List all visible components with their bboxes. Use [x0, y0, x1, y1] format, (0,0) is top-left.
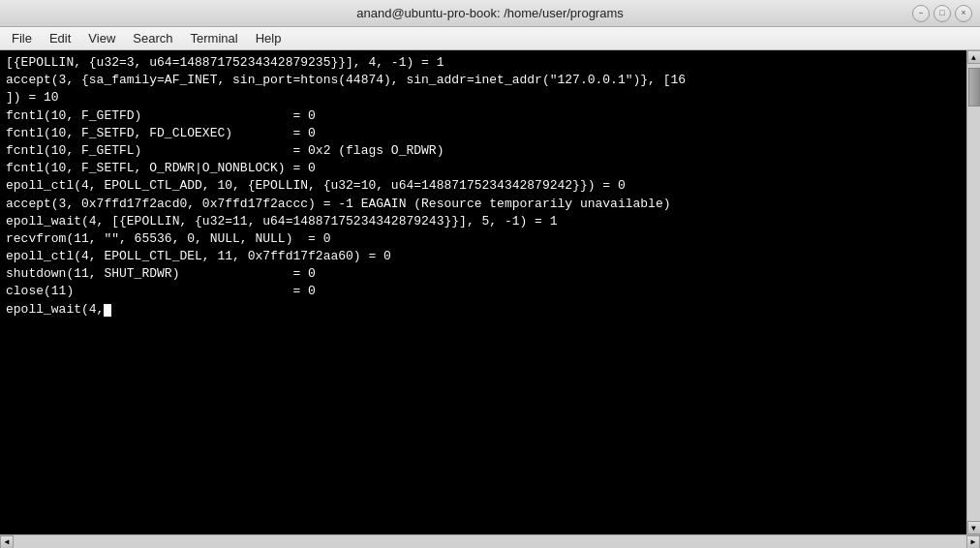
scroll-down-button[interactable]: ▼ [967, 521, 981, 534]
maximize-button[interactable]: □ [934, 5, 951, 22]
scroll-thumb[interactable] [968, 68, 980, 107]
scroll-track[interactable] [967, 64, 980, 521]
minimize-button[interactable]: – [912, 5, 930, 22]
title-bar: anand@ubuntu-pro-book: /home/user/progra… [0, 0, 980, 27]
scroll-left-button[interactable]: ◀ [0, 535, 14, 549]
terminal-output[interactable]: [{EPOLLIN, {u32=3, u64=14887175234342879… [0, 50, 966, 534]
close-button[interactable]: × [955, 5, 972, 22]
menu-terminal[interactable]: Terminal [183, 29, 246, 47]
horizontal-scrollbar[interactable]: ◀ ▶ [0, 534, 980, 548]
terminal-wrapper: [{EPOLLIN, {u32=3, u64=14887175234342879… [0, 50, 980, 534]
scroll-htrack[interactable] [14, 535, 966, 548]
vertical-scrollbar[interactable]: ▲ ▼ [966, 50, 980, 534]
menu-help[interactable]: Help [248, 29, 290, 47]
menu-view[interactable]: View [80, 29, 123, 47]
window-title: anand@ubuntu-pro-book: /home/user/progra… [356, 6, 624, 20]
menu-search[interactable]: Search [125, 29, 180, 47]
menu-bar: File Edit View Search Terminal Help [0, 27, 980, 50]
menu-file[interactable]: File [4, 29, 40, 47]
scroll-up-button[interactable]: ▲ [967, 50, 981, 64]
menu-edit[interactable]: Edit [42, 29, 78, 47]
scroll-right-button[interactable]: ▶ [966, 535, 980, 549]
title-bar-buttons: – □ × [912, 5, 972, 22]
